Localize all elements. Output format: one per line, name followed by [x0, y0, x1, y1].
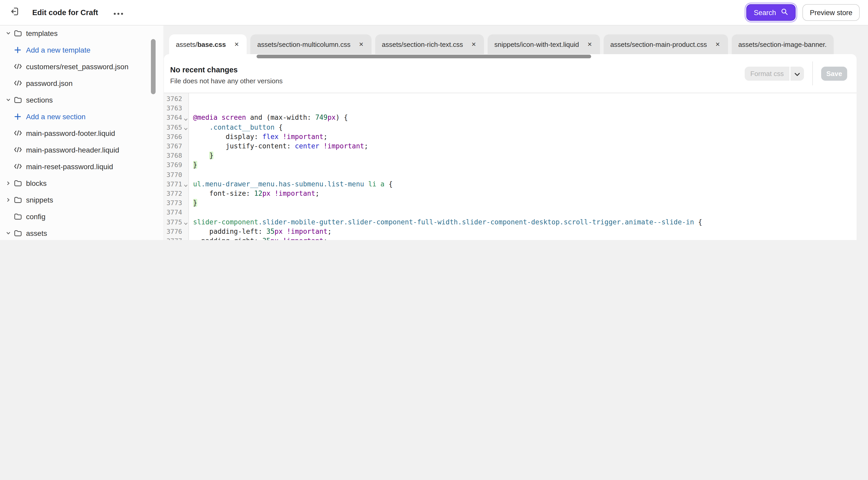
fold-toggle-icon[interactable]	[183, 217, 188, 227]
sidebar-scrollbar[interactable]	[151, 39, 156, 94]
sidebar-item-label: snippets	[26, 196, 53, 204]
tab-assets-section-image-banner[interactable]: assets/section-image-banner.	[732, 34, 833, 54]
tab-assets-section-multicolumn-css[interactable]: assets/section-multicolumn.css✕	[251, 34, 372, 54]
code-line-text: font-size: 12px !important;	[189, 189, 857, 198]
code-line-3765[interactable]: .contact__button {	[189, 123, 857, 132]
version-status-title: No recent changes	[170, 66, 238, 74]
code-line-3775[interactable]: slider-component.slider-mobile-gutter.sl…	[189, 217, 857, 227]
sidebar-item-sections[interactable]: sections	[4, 92, 145, 107]
line-number: 3774	[164, 208, 182, 217]
tab-label: snippets/icon-with-text.liquid	[494, 40, 579, 48]
sidebar-item-label: config	[26, 212, 45, 220]
top-bar: Edit code for Craft Search Preview store	[0, 0, 868, 26]
more-actions-button[interactable]	[112, 6, 126, 19]
chevron-down-icon	[4, 230, 12, 236]
code-line-3771[interactable]: ul.menu-drawer__menu.has-submenu.list-me…	[189, 180, 857, 189]
fold-toggle-icon[interactable]	[183, 113, 188, 123]
sidebar-item-label: main-reset-password.liquid	[26, 162, 113, 171]
tabbar-scrollbar[interactable]	[256, 55, 591, 58]
code-line-3764[interactable]: @media screen and (max-width: 749px) {	[189, 113, 857, 123]
code-file-icon	[13, 163, 22, 169]
tab-assets-section-main-product-css[interactable]: assets/section-main-product.css✕	[603, 34, 728, 54]
sidebar-item-templates[interactable]: templates	[4, 26, 145, 40]
code-line-text: justify-content: center !important;	[189, 142, 857, 151]
tab-snippets-icon-with-text-liquid[interactable]: snippets/icon-with-text.liquid✕	[488, 34, 600, 54]
sidebar-item-label: templates	[26, 29, 58, 37]
chevron-right-icon	[4, 197, 12, 202]
code-line-3770[interactable]	[189, 170, 857, 179]
search-button-label: Search	[754, 8, 776, 17]
code-line-3777[interactable]: padding-right: 35px !important;	[189, 236, 857, 240]
line-number: 3769	[164, 160, 182, 170]
sidebar-item-label: main-password-header.liquid	[26, 146, 119, 154]
sidebar-item-assets[interactable]: assets	[4, 226, 145, 240]
folder-icon	[13, 213, 22, 220]
sidebar-item-label: main-password-footer.liquid	[26, 129, 115, 137]
version-header: No recent changes File does not have any…	[164, 54, 857, 93]
format-css-button[interactable]: Format css	[745, 67, 804, 81]
fold-toggle-icon[interactable]	[183, 123, 188, 132]
tab-assets-base-css[interactable]: assets/base.css✕	[169, 34, 247, 54]
sidebar-item-config[interactable]: config	[4, 209, 145, 223]
close-tab-icon[interactable]: ✕	[586, 40, 593, 48]
close-tab-icon[interactable]: ✕	[714, 40, 721, 48]
code-file-icon	[13, 63, 22, 69]
code-line-3773[interactable]: }	[189, 198, 857, 208]
sidebar-item-snippets[interactable]: snippets	[4, 192, 145, 207]
code-line-text: @media screen and (max-width: 749px) {	[189, 113, 857, 123]
sidebar-item-main-reset-password-liquid[interactable]: main-reset-password.liquid	[4, 159, 145, 174]
search-button[interactable]: Search	[746, 4, 796, 21]
line-number: 3770	[164, 170, 182, 179]
code-file-icon	[13, 147, 22, 153]
header-actions: Search Preview store	[746, 4, 860, 21]
code-line-3768[interactable]: }	[189, 151, 857, 160]
chevron-down-icon	[4, 97, 12, 102]
save-button[interactable]: Save	[821, 67, 847, 81]
fold-toggle-icon[interactable]	[183, 180, 188, 189]
code-line-3769[interactable]: }	[189, 160, 857, 170]
tab-label: assets/section-main-product.css	[611, 40, 707, 48]
tab-label: assets/section-image-banner.	[738, 40, 827, 48]
sidebar-item-customers-reset-password-json[interactable]: customers/reset_password.json	[4, 59, 145, 74]
line-number: 3762	[164, 94, 182, 103]
sidebar-item-password-json[interactable]: password.json	[4, 76, 145, 90]
code-editor-app: Edit code for Craft Search Preview store…	[0, 0, 868, 240]
chevron-down-icon	[4, 30, 12, 36]
code-line-3762[interactable]	[189, 94, 857, 103]
close-tab-icon[interactable]: ✕	[358, 40, 365, 48]
code-line-3776[interactable]: padding-left: 35px !important;	[189, 227, 857, 236]
open-file-tabs: assets/base.css✕assets/section-multicolu…	[169, 34, 868, 54]
code-line-text: }	[189, 198, 857, 208]
close-tab-icon[interactable]: ✕	[233, 40, 240, 48]
sidebar-item-main-password-header-liquid[interactable]: main-password-header.liquid	[4, 142, 145, 157]
exit-button[interactable]	[8, 6, 22, 19]
code-lines[interactable]: }@media screen and (max-width: 749px) { …	[189, 93, 857, 240]
format-css-dropdown[interactable]	[790, 67, 804, 81]
line-number: 3764	[164, 113, 182, 123]
close-tab-icon[interactable]: ✕	[470, 40, 477, 48]
code-line-3766[interactable]: display: flex !important;	[189, 132, 857, 142]
sidebar-item-label: password.json	[26, 79, 72, 87]
folder-icon	[13, 96, 22, 103]
sidebar-item-blocks[interactable]: blocks	[4, 176, 145, 190]
folder-icon	[13, 230, 22, 236]
code-line-3774[interactable]	[189, 208, 857, 217]
tab-assets-section-rich-text-css[interactable]: assets/section-rich-text.css✕	[375, 34, 484, 54]
code-editor[interactable]: 3761376237633764376537663767376837693770…	[164, 93, 857, 240]
code-line-text: }	[189, 160, 857, 170]
line-number: 3772	[164, 189, 182, 198]
plus-icon	[13, 113, 22, 120]
code-line-3763[interactable]	[189, 103, 857, 113]
format-css-label[interactable]: Format css	[745, 67, 789, 81]
sidebar-item-add-a-new-section[interactable]: Add a new section	[4, 109, 145, 124]
sidebar-item-add-a-new-template[interactable]: Add a new template	[4, 42, 145, 57]
line-number: 3777	[164, 236, 182, 240]
exit-icon	[10, 6, 20, 19]
preview-store-button[interactable]: Preview store	[802, 4, 860, 21]
code-line-3767[interactable]: justify-content: center !important;	[189, 142, 857, 151]
code-file-icon	[13, 130, 22, 136]
code-line-3772[interactable]: font-size: 12px !important;	[189, 189, 857, 198]
line-number: 3776	[164, 227, 182, 236]
sidebar-item-label: customers/reset_password.json	[26, 62, 128, 70]
sidebar-item-main-password-footer-liquid[interactable]: main-password-footer.liquid	[4, 126, 145, 140]
